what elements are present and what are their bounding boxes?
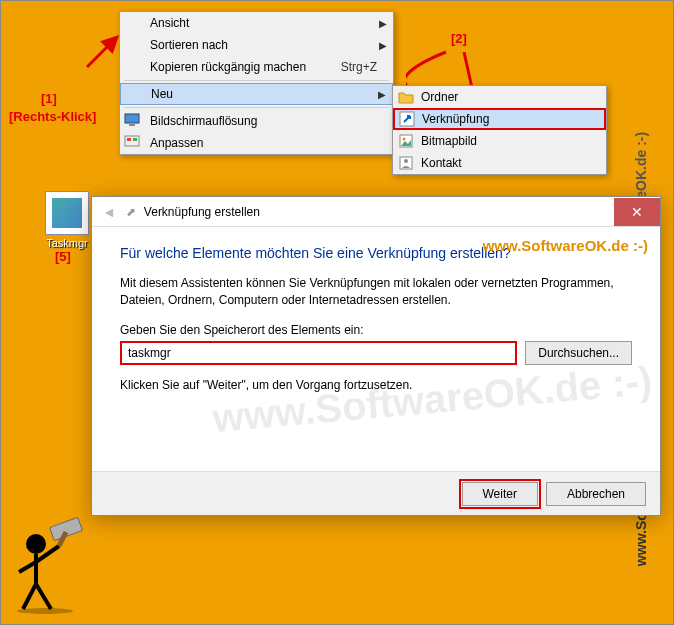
shortcut-icon: [398, 110, 416, 128]
annotation-1-label: [Rechts-Klick]: [9, 109, 96, 124]
svg-line-0: [87, 37, 117, 67]
menu-label: Bildschirmauflösung: [150, 114, 257, 128]
svg-point-20: [17, 608, 73, 614]
dialog-title: Verknüpfung erstellen: [144, 205, 260, 219]
submenu-item-verknuepfung[interactable]: Verknüpfung: [393, 108, 606, 130]
menu-separator: [124, 107, 389, 108]
desktop-icon-label: Taskmgr: [37, 237, 97, 249]
svg-line-14: [23, 584, 36, 609]
svg-point-12: [26, 534, 46, 554]
menu-label: Kopieren rückgängig machen: [150, 60, 306, 74]
svg-line-16: [36, 546, 59, 562]
menu-item-anpassen[interactable]: Anpassen: [120, 132, 393, 154]
display-icon: [124, 112, 142, 130]
mascot-figure: [11, 514, 91, 614]
submenu-label: Verknüpfung: [422, 112, 489, 126]
back-arrow-icon[interactable]: ◄: [102, 204, 116, 220]
menu-label: Neu: [151, 87, 173, 101]
menu-item-neu[interactable]: Neu ▶: [120, 83, 393, 105]
dialog-footer: Weiter Abbrechen: [92, 471, 660, 515]
submenu-arrow-icon: ▶: [378, 89, 386, 100]
folder-icon: [397, 88, 415, 106]
browse-button[interactable]: Durchsuchen...: [525, 341, 632, 365]
next-button[interactable]: Weiter: [462, 482, 538, 506]
menu-item-sortieren[interactable]: Sortieren nach ▶: [120, 34, 393, 56]
svg-point-9: [403, 138, 406, 141]
location-input[interactable]: [120, 341, 517, 365]
menu-item-bildschirm[interactable]: Bildschirmauflösung: [120, 110, 393, 132]
cancel-button[interactable]: Abbrechen: [546, 482, 646, 506]
menu-item-ansicht[interactable]: Ansicht ▶: [120, 12, 393, 34]
svg-rect-3: [129, 124, 135, 126]
shortcut-badge-icon: ⬈: [126, 205, 136, 219]
submenu-item-ordner[interactable]: Ordner: [393, 86, 606, 108]
dialog-watermark: www.SoftwareOK.de :-): [483, 237, 648, 254]
submenu-label: Bitmapbild: [421, 134, 477, 148]
submenu-item-kontakt[interactable]: Kontakt: [393, 152, 606, 174]
contact-icon: [397, 154, 415, 172]
menu-separator: [124, 80, 389, 81]
svg-line-19: [59, 532, 66, 546]
submenu-arrow-icon: ▶: [379, 40, 387, 51]
svg-line-17: [19, 562, 36, 572]
submenu-label: Kontakt: [421, 156, 462, 170]
svg-rect-2: [125, 114, 139, 123]
dialog-titlebar: ◄ ⬈ Verknüpfung erstellen ✕: [92, 197, 660, 227]
desktop-shortcut-taskmgr[interactable]: Taskmgr: [37, 191, 97, 249]
close-button[interactable]: ✕: [614, 198, 660, 226]
svg-line-15: [36, 584, 51, 609]
annotation-5: [5]: [55, 249, 71, 264]
taskmgr-icon: [45, 191, 89, 235]
personalize-icon: [124, 134, 142, 152]
continue-hint: Klicken Sie auf "Weiter", um den Vorgang…: [120, 377, 632, 394]
submenu-neu: Ordner Verknüpfung Bitmapbild Kontakt: [392, 85, 607, 175]
menu-label: Anpassen: [150, 136, 203, 150]
create-shortcut-dialog: ◄ ⬈ Verknüpfung erstellen ✕ www.Software…: [91, 196, 661, 516]
submenu-label: Ordner: [421, 90, 458, 104]
annotation-2: [2]: [451, 31, 467, 46]
menu-item-kopieren-rueckgaengig[interactable]: Kopieren rückgängig machen Strg+Z: [120, 56, 393, 78]
submenu-arrow-icon: ▶: [379, 18, 387, 29]
svg-rect-6: [133, 138, 137, 141]
bitmap-icon: [397, 132, 415, 150]
svg-rect-5: [127, 138, 131, 141]
dialog-watermark-bg: www.SoftwareOK.de :-): [211, 358, 654, 441]
input-label: Geben Sie den Speicherort des Elements e…: [120, 323, 632, 337]
submenu-item-bitmap[interactable]: Bitmapbild: [393, 130, 606, 152]
annotation-1: [1]: [41, 91, 57, 106]
svg-rect-18: [50, 517, 83, 540]
menu-label: Ansicht: [150, 16, 189, 30]
dialog-description: Mit diesem Assistenten können Sie Verknü…: [120, 275, 632, 309]
svg-point-11: [404, 159, 408, 163]
arrow-1: [83, 31, 123, 71]
context-menu: Ansicht ▶ Sortieren nach ▶ Kopieren rück…: [119, 11, 394, 155]
menu-shortcut: Strg+Z: [341, 60, 387, 74]
menu-label: Sortieren nach: [150, 38, 228, 52]
